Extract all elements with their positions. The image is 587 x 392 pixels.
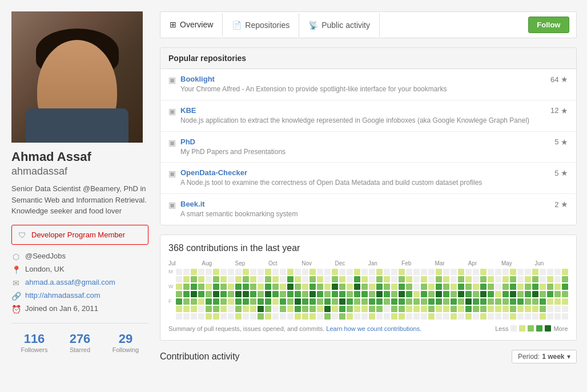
day-cell	[206, 269, 212, 275]
legend-text: Summary of pull requests, issues opened,…	[168, 325, 324, 332]
day-cell	[302, 276, 308, 282]
day-cell	[399, 276, 405, 282]
day-cell	[228, 269, 234, 275]
following-count: 29	[103, 332, 148, 346]
star-icon: ★	[561, 106, 568, 115]
website-item[interactable]: 🔗 http://ahmadassaf.com	[11, 291, 148, 301]
week-col	[421, 269, 427, 320]
day-cell	[332, 276, 338, 282]
day-cell	[206, 313, 212, 320]
week-col	[488, 269, 494, 320]
joined-item: ⏰ Joined on Jan 6, 2011	[11, 304, 148, 314]
day-cell	[235, 313, 242, 320]
day-cell	[265, 269, 271, 275]
day-cell	[540, 306, 546, 312]
day-cell	[547, 291, 553, 297]
day-cell	[421, 284, 427, 290]
day-cell	[473, 306, 479, 312]
day-cell	[176, 284, 182, 290]
tab-overview[interactable]: ⊞ Overview	[160, 13, 223, 37]
week-col	[361, 269, 368, 320]
repo-stars: 12 ★	[550, 106, 568, 115]
day-cell	[554, 291, 561, 297]
repo-left: ▣ KBE Node.js application to extract the…	[168, 106, 550, 126]
starred-stat[interactable]: 276 Starred	[57, 332, 103, 353]
day-cell	[258, 306, 264, 312]
tabs-left: ⊞ Overview 📄 Repositories 📡 Public activ…	[160, 13, 380, 37]
day-cell	[525, 291, 531, 297]
repo-left: ▣ Booklight Your Chrome Alfred - An Exte…	[168, 75, 550, 94]
following-stat[interactable]: 29 Following	[103, 332, 148, 353]
website-link[interactable]: http://ahmadassaf.com	[25, 291, 100, 300]
day-cell	[488, 284, 494, 290]
follow-button[interactable]: Follow	[528, 17, 569, 33]
week-col	[295, 269, 301, 320]
stats-row: 116 Followers 276 Starred 29 Following	[11, 323, 148, 353]
repo-name[interactable]: Beek.it	[180, 200, 205, 208]
followers-stat[interactable]: 116 Followers	[11, 332, 57, 353]
day-cell	[198, 291, 204, 297]
repo-name[interactable]: PhD	[180, 138, 195, 146]
day-cell	[332, 291, 338, 297]
tab-public-activity[interactable]: 📡 Public activity	[299, 13, 380, 37]
day-cell	[280, 313, 286, 320]
day-cell	[436, 291, 442, 297]
day-cell	[183, 291, 190, 297]
day-cell	[384, 298, 390, 305]
day-cell	[235, 291, 242, 297]
day-cell	[361, 298, 368, 305]
day-cell	[287, 276, 294, 282]
day-cell	[347, 298, 353, 305]
repo-name[interactable]: OpenData-Checker	[180, 168, 247, 177]
repo-name[interactable]: Booklight	[180, 75, 215, 83]
day-cell	[183, 313, 190, 320]
day-cell	[480, 284, 487, 290]
star-icon: ★	[561, 200, 568, 209]
day-cell	[302, 313, 308, 320]
day-cell	[361, 313, 368, 320]
week-col	[384, 269, 390, 320]
repo-name[interactable]: KBE	[180, 106, 196, 115]
tabs-bar: ⊞ Overview 📄 Repositories 📡 Public activ…	[160, 11, 577, 38]
day-cell	[228, 298, 234, 305]
week-col	[525, 269, 531, 320]
day-cell	[309, 306, 316, 312]
day-cell	[391, 276, 397, 282]
day-cell	[243, 276, 249, 282]
day-cell	[421, 291, 427, 297]
star-icon: ★	[561, 168, 568, 177]
email-item[interactable]: ✉ ahmad.a.assaf@gmail.com	[11, 278, 148, 288]
org-item: ⬡ @SeedJobs	[11, 252, 148, 261]
day-cell	[176, 313, 182, 320]
star-count: 5	[554, 138, 558, 146]
day-cell	[309, 313, 316, 320]
day-cell	[443, 306, 449, 312]
day-cell	[391, 298, 397, 305]
day-cell	[547, 284, 553, 290]
tab-repositories[interactable]: 📄 Repositories	[223, 13, 299, 37]
email-link[interactable]: ahmad.a.assaf@gmail.com	[25, 278, 115, 286]
activity-icon: 📡	[308, 21, 318, 30]
day-cell	[473, 313, 479, 320]
period-button[interactable]: Period: 1 week ▾	[512, 350, 576, 363]
period-label: Period:	[518, 353, 540, 361]
day-cell	[176, 269, 182, 275]
day-cell	[258, 313, 264, 320]
developer-icon: 🛡	[18, 231, 27, 240]
day-cell	[458, 306, 464, 312]
learn-link[interactable]: Learn how we count contributions.	[326, 325, 421, 332]
day-cell	[369, 269, 375, 275]
day-cell	[384, 269, 390, 275]
day-cell	[309, 276, 316, 282]
day-cell	[287, 291, 294, 297]
day-cell	[317, 298, 323, 305]
week-col	[458, 269, 464, 320]
day-cell	[562, 269, 568, 275]
week-col	[376, 269, 383, 320]
day-cell	[517, 306, 524, 312]
day-cell	[413, 306, 420, 312]
followers-count: 116	[11, 332, 57, 346]
repo-icon: ▣	[168, 200, 176, 209]
follow-btn-container: Follow	[521, 12, 576, 38]
day-cell	[339, 276, 345, 282]
